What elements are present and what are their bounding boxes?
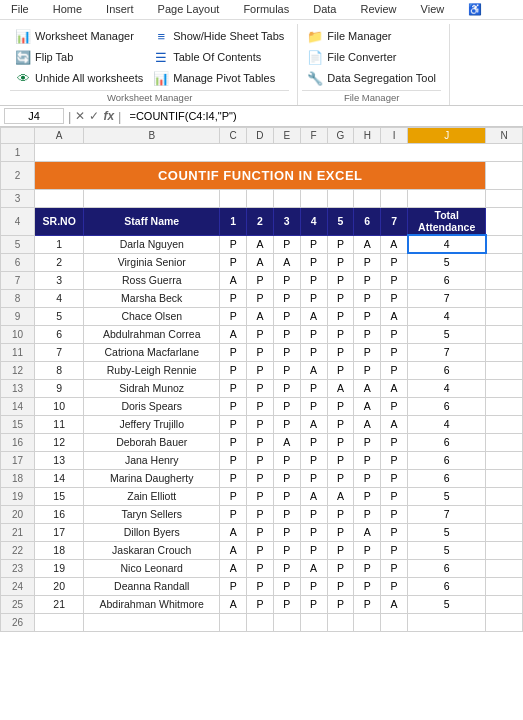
cell-day2[interactable]: P [247, 415, 274, 433]
cell-day6[interactable]: P [354, 451, 381, 469]
col-header-E[interactable]: E [273, 128, 300, 144]
cell-N[interactable] [486, 433, 523, 451]
cell-day4[interactable]: A [300, 415, 327, 433]
cell-total[interactable]: 6 [408, 397, 486, 415]
cell-N3[interactable] [486, 190, 523, 208]
cell-day5[interactable]: P [327, 289, 354, 307]
cell-srno[interactable]: 18 [35, 541, 84, 559]
cell-total[interactable]: 4 [408, 415, 486, 433]
cell-srno[interactable]: 11 [35, 415, 84, 433]
cell-day2[interactable]: P [247, 397, 274, 415]
cell-day1[interactable]: P [220, 433, 247, 451]
cell-day2[interactable]: P [247, 361, 274, 379]
cell-N[interactable] [486, 559, 523, 577]
cell-day5[interactable]: P [327, 361, 354, 379]
menu-accessibility[interactable]: ♿ [465, 2, 485, 17]
cell-total[interactable]: 6 [408, 361, 486, 379]
cell-empty[interactable] [273, 613, 300, 631]
cell-day3[interactable]: P [273, 271, 300, 289]
cell-day7[interactable]: A [381, 307, 408, 325]
cell-day3[interactable]: P [273, 451, 300, 469]
cell-reference-input[interactable] [4, 108, 64, 124]
cell-total[interactable]: 6 [408, 577, 486, 595]
cell-name[interactable]: Jana Henry [84, 451, 220, 469]
cell-day7[interactable]: P [381, 505, 408, 523]
cell-empty[interactable] [381, 613, 408, 631]
cell-N[interactable] [486, 451, 523, 469]
cell-day3[interactable]: P [273, 379, 300, 397]
cell-srno[interactable]: 21 [35, 595, 84, 613]
cell-day2[interactable]: A [247, 253, 274, 271]
cell-day4[interactable]: P [300, 379, 327, 397]
cell-day1[interactable]: P [220, 469, 247, 487]
cell-srno[interactable]: 12 [35, 433, 84, 451]
cell-empty[interactable] [220, 613, 247, 631]
cell-day2[interactable]: P [247, 379, 274, 397]
cell-day4[interactable]: P [300, 541, 327, 559]
cell-N[interactable] [486, 577, 523, 595]
cell-day5[interactable]: A [327, 379, 354, 397]
menu-home[interactable]: Home [50, 2, 85, 17]
cell-name[interactable]: Deborah Bauer [84, 433, 220, 451]
col-header-D[interactable]: D [247, 128, 274, 144]
cell-day4[interactable]: P [300, 433, 327, 451]
cell-day6[interactable]: P [354, 595, 381, 613]
cell-name[interactable]: Catriona Macfarlane [84, 343, 220, 361]
cell-total[interactable]: 7 [408, 289, 486, 307]
cell-day6[interactable]: P [354, 541, 381, 559]
cell-day7[interactable]: P [381, 361, 408, 379]
cell-day3[interactable]: A [273, 253, 300, 271]
formula-input[interactable] [125, 109, 519, 123]
menu-page-layout[interactable]: Page Layout [155, 2, 223, 17]
cell-N[interactable] [486, 487, 523, 505]
cell-total[interactable]: 5 [408, 253, 486, 271]
menu-insert[interactable]: Insert [103, 2, 137, 17]
cell-J3[interactable] [408, 190, 486, 208]
cell-day5[interactable]: A [327, 487, 354, 505]
menu-review[interactable]: Review [357, 2, 399, 17]
cell-empty[interactable] [300, 613, 327, 631]
cell-total[interactable]: 4 [408, 307, 486, 325]
cell-day6[interactable]: P [354, 469, 381, 487]
cell-srno[interactable]: 20 [35, 577, 84, 595]
menu-file[interactable]: File [8, 2, 32, 17]
cell-day4[interactable]: P [300, 343, 327, 361]
cell-day4[interactable]: A [300, 487, 327, 505]
cell-total[interactable]: 6 [408, 271, 486, 289]
cell-A1[interactable] [35, 144, 523, 162]
cell-D3[interactable] [247, 190, 274, 208]
cell-day4[interactable]: P [300, 595, 327, 613]
cell-total[interactable]: 5 [408, 487, 486, 505]
cell-day2[interactable]: P [247, 289, 274, 307]
cell-day7[interactable]: P [381, 577, 408, 595]
cell-N[interactable] [486, 379, 523, 397]
table-of-contents-btn[interactable]: ☰ Table Of Contents [148, 47, 289, 67]
cell-day7[interactable]: A [381, 595, 408, 613]
cell-day1[interactable]: A [220, 595, 247, 613]
cell-day7[interactable]: P [381, 541, 408, 559]
cell-day5[interactable]: P [327, 397, 354, 415]
cell-day3[interactable]: P [273, 289, 300, 307]
cell-day3[interactable]: P [273, 361, 300, 379]
cell-srno[interactable]: 5 [35, 307, 84, 325]
cell-day3[interactable]: P [273, 325, 300, 343]
cell-name[interactable]: Ruby-Leigh Rennie [84, 361, 220, 379]
cell-srno[interactable]: 17 [35, 523, 84, 541]
cell-A3[interactable] [35, 190, 84, 208]
unhide-worksheets-btn[interactable]: 👁 Unhide All worksheets [10, 68, 148, 88]
menu-formulas[interactable]: Formulas [240, 2, 292, 17]
cell-day1[interactable]: P [220, 307, 247, 325]
cell-day7[interactable]: P [381, 487, 408, 505]
cell-G3[interactable] [327, 190, 354, 208]
cell-day6[interactable]: A [354, 397, 381, 415]
cell-day7[interactable]: P [381, 397, 408, 415]
cell-day7[interactable]: P [381, 271, 408, 289]
cell-day3[interactable]: A [273, 433, 300, 451]
cell-day3[interactable]: P [273, 415, 300, 433]
cell-day2[interactable]: P [247, 271, 274, 289]
cell-N2[interactable] [486, 162, 523, 190]
cell-srno[interactable]: 8 [35, 361, 84, 379]
cell-day4[interactable]: P [300, 325, 327, 343]
cell-day2[interactable]: P [247, 559, 274, 577]
cell-day1[interactable]: A [220, 325, 247, 343]
